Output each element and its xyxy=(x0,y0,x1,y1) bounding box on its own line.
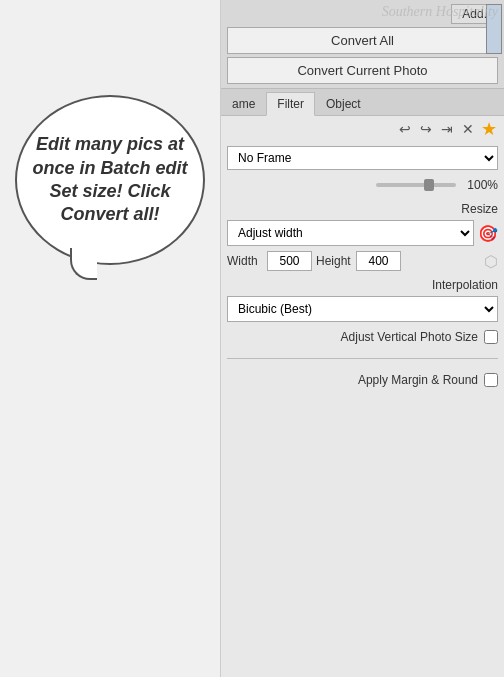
interpolation-header: Interpolation xyxy=(221,274,504,294)
redo-icon[interactable]: ↪ xyxy=(417,120,435,138)
height-label: Height xyxy=(316,254,352,268)
adjust-row: Adjust width 🎯 xyxy=(221,218,504,248)
acorn-icon: 🎯 xyxy=(478,224,498,243)
adjust-select[interactable]: Adjust width xyxy=(227,220,474,246)
paint-icon: ⬡ xyxy=(484,252,498,271)
apply-margin-row: Apply Margin & Round xyxy=(221,367,504,393)
interpolation-row: Bicubic (Best) xyxy=(221,294,504,324)
apply-margin-label: Apply Margin & Round xyxy=(358,373,478,387)
bubble-body: Edit many pics at once in Batch edit Set… xyxy=(15,95,205,265)
bubble-text: Edit many pics at once in Batch edit Set… xyxy=(32,133,188,227)
tab-filter[interactable]: Filter xyxy=(266,92,315,116)
close-icon[interactable]: ✕ xyxy=(459,120,477,138)
forward-icon[interactable]: ⇥ xyxy=(438,120,456,138)
width-height-row: Width Height ⬡ xyxy=(221,248,504,274)
watermark: Southern Hospitality xyxy=(376,0,504,24)
interpolation-select[interactable]: Bicubic (Best) xyxy=(227,296,498,322)
main-panel: Add. Convert All Convert Current Photo a… xyxy=(220,0,504,677)
separator xyxy=(227,358,498,359)
convert-current-button[interactable]: Convert Current Photo xyxy=(227,57,498,84)
opacity-value: 100% xyxy=(462,178,498,192)
resize-header: Resize xyxy=(221,196,504,218)
frame-select[interactable]: No Frame xyxy=(227,146,498,170)
adjust-vertical-checkbox[interactable] xyxy=(484,330,498,344)
tab-frame[interactable]: ame xyxy=(221,92,266,115)
height-input[interactable] xyxy=(356,251,401,271)
convert-all-button[interactable]: Convert All xyxy=(227,27,498,54)
tab-object[interactable]: Object xyxy=(315,92,372,115)
apply-margin-checkbox[interactable] xyxy=(484,373,498,387)
width-label: Width xyxy=(227,254,263,268)
adjust-vertical-label: Adjust Vertical Photo Size xyxy=(341,330,478,344)
slider-thumb xyxy=(424,179,434,191)
slider-row: 100% xyxy=(221,174,504,196)
toolbar-row: ↩ ↪ ⇥ ✕ ★ xyxy=(221,116,504,142)
undo-icon[interactable]: ↩ xyxy=(396,120,414,138)
adjust-vertical-row: Adjust Vertical Photo Size xyxy=(221,324,504,350)
opacity-slider[interactable] xyxy=(376,183,456,187)
star-icon[interactable]: ★ xyxy=(480,120,498,138)
speech-bubble: Edit many pics at once in Batch edit Set… xyxy=(15,95,215,285)
tabs-row: ame Filter Object xyxy=(221,89,504,116)
width-input[interactable] xyxy=(267,251,312,271)
frame-row: No Frame xyxy=(221,142,504,174)
